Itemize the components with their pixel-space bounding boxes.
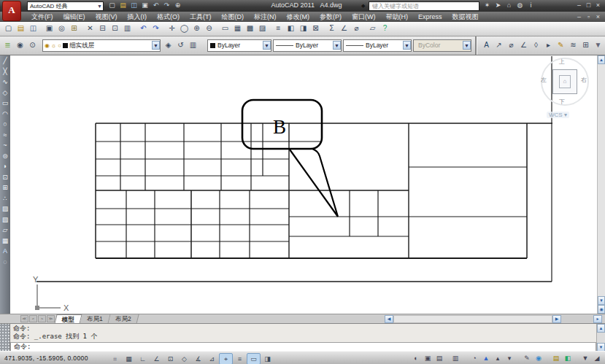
scroll-up-icon[interactable]: ▲ bbox=[597, 324, 605, 333]
color-dropdown[interactable]: ByLayer▼ bbox=[207, 39, 271, 52]
status-tool-button[interactable]: ◧ bbox=[562, 353, 574, 363]
draw-tool-icon[interactable]: ⊜ bbox=[0, 151, 10, 162]
toolbar-icon[interactable]: ↶ bbox=[137, 23, 150, 34]
draw-tool-icon[interactable]: ╱ bbox=[0, 55, 10, 66]
status-tool-button[interactable]: ◔ bbox=[469, 353, 480, 363]
status-toggle-button[interactable]: ◇ bbox=[177, 353, 191, 364]
scroll-up-icon[interactable]: ▲ bbox=[598, 55, 605, 64]
draw-tool-icon[interactable]: ◌ bbox=[0, 257, 10, 268]
toolbar-icon[interactable]: ▨ bbox=[256, 23, 269, 34]
styles-toolbar-icon[interactable]: ▸ bbox=[542, 39, 555, 51]
status-toggle-button[interactable]: ⌗ bbox=[108, 353, 122, 364]
lineweight-dropdown[interactable]: ByLayer▼ bbox=[343, 39, 412, 52]
qat-icon[interactable]: ▣ bbox=[139, 1, 150, 10]
infocenter-icon[interactable]: i bbox=[525, 1, 536, 10]
draw-tool-icon[interactable]: ◗ bbox=[0, 161, 10, 172]
draw-tool-icon[interactable]: ○ bbox=[0, 119, 10, 130]
draw-tool-icon[interactable]: ▭ bbox=[0, 98, 10, 109]
layer-tool-icon[interactable]: ◉ bbox=[14, 39, 26, 51]
toolbar-icon[interactable]: ⌀ bbox=[350, 23, 363, 34]
command-window-grip[interactable] bbox=[0, 324, 10, 352]
toolbar-icon[interactable]: ▱ bbox=[366, 23, 379, 34]
draw-tool-icon[interactable]: ∴ bbox=[0, 193, 10, 204]
mdi-window-button[interactable]: ▫ bbox=[584, 12, 593, 21]
draw-tool-icon[interactable]: ⊞ bbox=[0, 182, 10, 193]
viewcube-left[interactable]: 左 bbox=[541, 76, 547, 84]
menu-item[interactable]: 工具(T) bbox=[185, 12, 217, 22]
menu-item[interactable]: 修改(M) bbox=[282, 12, 315, 22]
status-tool-button[interactable]: ▣ bbox=[422, 353, 433, 363]
viewcube-up[interactable]: 上 bbox=[559, 58, 565, 66]
toolbar-icon[interactable]: ▤ bbox=[15, 23, 27, 34]
styles-toolbar-icon[interactable]: ◊ bbox=[530, 39, 542, 51]
draw-tool-icon[interactable]: ◠ bbox=[0, 109, 10, 120]
draw-tool-icon[interactable]: ▨ bbox=[0, 204, 10, 214]
viewcube-home-icon[interactable]: ⌂ bbox=[559, 75, 571, 88]
qat-icon[interactable]: ⊕ bbox=[172, 1, 183, 10]
draw-tool-icon[interactable]: ◇ bbox=[0, 88, 10, 98]
menu-item[interactable]: 数据视图 bbox=[447, 12, 484, 22]
menu-item[interactable]: 编辑(E) bbox=[58, 12, 90, 22]
drawing-area[interactable]: ╱╳∿◇▭◠○≈~⊜◗⊡⊞∴▨▧▱▦A◌ BYX 上 左 右 下 ⌂ WCS ▾… bbox=[0, 55, 605, 314]
window-button[interactable]: □ bbox=[584, 1, 593, 9]
toolbar-icon[interactable]: ▭ bbox=[219, 23, 231, 34]
qat-icon[interactable]: ◫ bbox=[128, 1, 139, 10]
toolbar-icon[interactable]: ≡ bbox=[272, 23, 285, 34]
toolbar-icon[interactable]: ▩ bbox=[244, 23, 256, 34]
infocenter-icon[interactable]: ◍ bbox=[515, 1, 525, 10]
status-toggle-button[interactable]: ∡ bbox=[191, 353, 205, 364]
coordinate-readout[interactable]: 471.9035, -15.5905, 0.0000 bbox=[4, 355, 88, 362]
status-tool-button[interactable]: ▤ bbox=[433, 353, 445, 363]
toolbar-icon[interactable]: ◎ bbox=[55, 23, 68, 34]
menu-item[interactable]: 帮助(H) bbox=[381, 12, 414, 22]
status-tool-button[interactable]: ▥ bbox=[450, 353, 461, 363]
menu-item[interactable]: Express bbox=[413, 12, 447, 22]
menu-item[interactable]: 插入(I) bbox=[123, 12, 153, 22]
status-tool-button[interactable]: ◐ bbox=[410, 353, 422, 363]
qat-icon[interactable]: ↶ bbox=[150, 1, 161, 10]
styles-toolbar-icon[interactable]: ▼ bbox=[592, 39, 604, 51]
status-tool-button[interactable]: ✎ bbox=[521, 353, 533, 363]
toolbar-icon[interactable]: ◯ bbox=[178, 23, 190, 34]
draw-tool-icon[interactable]: ⊡ bbox=[0, 172, 10, 183]
toolbar-icon[interactable]: ⊡ bbox=[109, 23, 121, 34]
tab-nav-button[interactable]: ≪ bbox=[20, 315, 28, 322]
cad-canvas[interactable]: BYX bbox=[10, 55, 598, 314]
infocenter-icon[interactable]: ➤ bbox=[493, 1, 504, 10]
toolbar-icon[interactable]: ✕ bbox=[84, 23, 96, 34]
chevron-down-icon[interactable]: ▼ bbox=[263, 41, 271, 50]
styles-toolbar-icon[interactable]: ↗ bbox=[493, 39, 505, 51]
menu-item[interactable]: 标注(N) bbox=[249, 12, 282, 22]
window-button[interactable]: × bbox=[593, 1, 603, 9]
infocenter-icon[interactable]: ⌂ bbox=[504, 1, 515, 10]
draw-tool-icon[interactable]: ≈ bbox=[0, 130, 10, 141]
qat-icon[interactable]: ↷ bbox=[161, 1, 172, 10]
menu-item[interactable]: 参数(P) bbox=[315, 12, 347, 22]
status-toggle-button[interactable]: ∠ bbox=[150, 353, 163, 364]
layer-dropdown[interactable]: ◉☼○细实线层▼ bbox=[42, 39, 161, 52]
toolbar-icon[interactable]: ⊖ bbox=[203, 23, 215, 34]
toolbar-icon[interactable]: ◨ bbox=[297, 23, 309, 34]
toolbar-icon[interactable]: ◫ bbox=[27, 23, 39, 34]
viewcube-face[interactable]: ⌂ bbox=[552, 69, 577, 94]
qat-icon[interactable]: ▤ bbox=[117, 1, 128, 10]
viewcube-down[interactable]: 下 bbox=[559, 98, 565, 106]
help-search-input[interactable]: 键入关键字或短语 bbox=[369, 1, 479, 11]
draw-tool-icon[interactable]: A bbox=[0, 246, 10, 257]
styles-toolbar-icon[interactable]: ≋ bbox=[567, 39, 579, 51]
toolbar-icon[interactable]: Σ bbox=[325, 23, 338, 34]
status-toggle-button[interactable]: ⊡ bbox=[163, 353, 177, 364]
hscroll-right-icon[interactable]: ▶ bbox=[552, 315, 561, 323]
styles-toolbar-icon[interactable]: ⌀ bbox=[505, 39, 517, 51]
status-toggle-button[interactable]: ◨ bbox=[261, 353, 274, 364]
command-scrollbar[interactable]: ▲ ▼ bbox=[596, 324, 605, 352]
draw-tool-icon[interactable]: ▧ bbox=[0, 214, 10, 225]
styles-toolbar-icon[interactable]: ∠ bbox=[517, 39, 530, 51]
toolbar-icon[interactable]: ▣ bbox=[43, 23, 55, 34]
layer-state-icon[interactable]: ◈ bbox=[162, 39, 174, 51]
toolbar-icon[interactable]: ⊕ bbox=[190, 23, 203, 34]
status-tool-button[interactable]: ▾ bbox=[504, 353, 515, 363]
toolbar-icon[interactable]: ▥ bbox=[121, 23, 134, 34]
tab-nav-button[interactable]: ≫ bbox=[47, 315, 55, 322]
status-tool-button[interactable]: ▲ bbox=[480, 353, 492, 363]
